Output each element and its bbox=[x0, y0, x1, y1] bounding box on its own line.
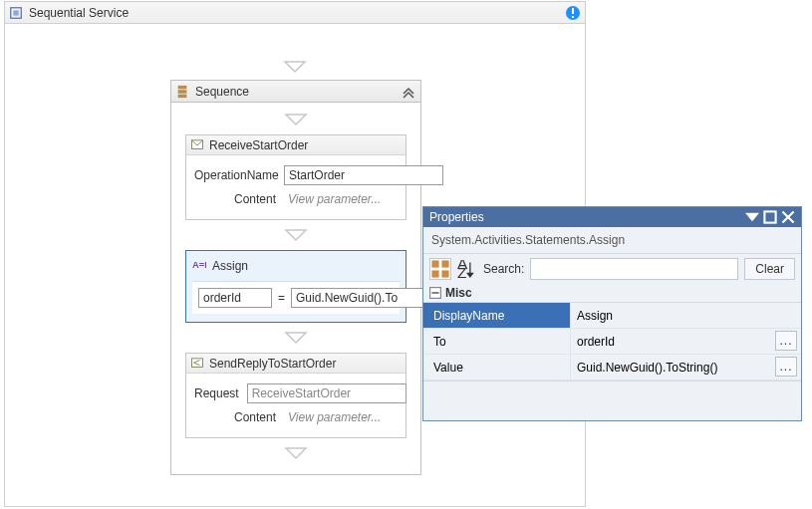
assign-activity[interactable]: A=B Assign = bbox=[185, 250, 406, 323]
svg-marker-11 bbox=[286, 230, 306, 240]
assign-title: Assign bbox=[212, 259, 248, 273]
sendreply-title: SendReplyToStartOrder bbox=[209, 357, 336, 371]
prop-label: Value bbox=[423, 355, 571, 380]
request-label: Request bbox=[194, 386, 247, 400]
svg-rect-23 bbox=[441, 270, 448, 277]
prop-row-displayname[interactable]: DisplayName Assign bbox=[423, 303, 801, 329]
categorized-button[interactable] bbox=[429, 258, 451, 280]
sequential-service-header[interactable]: Sequential Service bbox=[5, 2, 585, 24]
operationname-input[interactable] bbox=[284, 165, 443, 185]
svg-rect-17 bbox=[764, 211, 775, 222]
category-label: Misc bbox=[445, 286, 472, 300]
view-parameter-link[interactable]: View parameter... bbox=[284, 189, 398, 209]
assign-header[interactable]: A=B Assign bbox=[192, 257, 400, 275]
validation-warning-icon[interactable] bbox=[565, 5, 581, 21]
request-input[interactable] bbox=[247, 383, 406, 403]
service-icon bbox=[9, 6, 23, 20]
assign-equals: = bbox=[278, 291, 285, 305]
ellipsis-button[interactable]: ... bbox=[775, 331, 797, 351]
svg-marker-15 bbox=[286, 448, 306, 458]
view-parameter-link[interactable]: View parameter... bbox=[284, 407, 398, 427]
svg-marker-16 bbox=[745, 213, 759, 221]
svg-marker-5 bbox=[285, 62, 305, 72]
search-input[interactable] bbox=[530, 258, 738, 280]
receive-activity[interactable]: ReceiveStartOrder OperationName Content … bbox=[185, 134, 406, 220]
drop-indicator bbox=[181, 446, 410, 460]
svg-text:A=B: A=B bbox=[192, 260, 206, 269]
svg-rect-4 bbox=[572, 16, 574, 18]
svg-rect-21 bbox=[441, 260, 448, 267]
sequence-header[interactable]: Sequence bbox=[171, 81, 420, 103]
prop-value[interactable]: orderId bbox=[577, 335, 615, 349]
properties-title-bar[interactable]: Properties bbox=[423, 207, 801, 227]
svg-marker-13 bbox=[286, 333, 306, 343]
properties-grid: DisplayName Assign To orderId ... Value … bbox=[423, 302, 801, 381]
receive-title: ReceiveStartOrder bbox=[209, 138, 308, 152]
prop-label: DisplayName bbox=[423, 303, 571, 328]
receive-header[interactable]: ReceiveStartOrder bbox=[186, 135, 406, 155]
alphabetical-button[interactable]: AZ bbox=[457, 258, 475, 280]
prop-value[interactable]: Assign bbox=[577, 309, 613, 323]
collapse-icon[interactable] bbox=[401, 84, 416, 100]
operationname-label: OperationName bbox=[194, 168, 284, 182]
category-row-misc[interactable]: Misc bbox=[423, 284, 801, 302]
drop-indicator bbox=[181, 228, 410, 242]
window-close-icon[interactable] bbox=[781, 210, 795, 224]
sendreply-header[interactable]: SendReplyToStartOrder bbox=[186, 354, 406, 374]
collapse-category-icon[interactable] bbox=[429, 287, 441, 299]
properties-panel[interactable]: Properties System.Activities.Statements.… bbox=[422, 206, 802, 421]
svg-rect-22 bbox=[431, 270, 438, 277]
sequential-service-title: Sequential Service bbox=[29, 6, 565, 20]
properties-toolbar: AZ Search: Clear bbox=[423, 254, 801, 284]
assign-icon: A=B bbox=[192, 260, 206, 272]
clear-button[interactable]: Clear bbox=[744, 258, 795, 280]
sequence-title: Sequence bbox=[195, 85, 401, 99]
envelope-icon bbox=[191, 139, 203, 151]
search-label: Search: bbox=[483, 262, 524, 276]
drop-indicator bbox=[181, 113, 410, 127]
assign-to-input[interactable] bbox=[198, 288, 272, 308]
svg-rect-8 bbox=[178, 94, 187, 98]
properties-title: Properties bbox=[429, 210, 741, 224]
prop-value[interactable]: Guid.NewGuid().ToString() bbox=[577, 361, 717, 375]
sequence-icon bbox=[175, 85, 189, 99]
properties-subtitle: System.Activities.Statements.Assign bbox=[423, 227, 801, 254]
reply-icon bbox=[191, 358, 203, 370]
prop-label: To bbox=[423, 329, 571, 354]
svg-marker-27 bbox=[466, 273, 474, 278]
svg-rect-1 bbox=[13, 10, 18, 15]
window-dropdown-icon[interactable] bbox=[745, 210, 759, 224]
window-maximize-icon[interactable] bbox=[763, 210, 777, 224]
drop-indicator bbox=[5, 60, 585, 74]
svg-rect-20 bbox=[431, 260, 438, 267]
svg-rect-6 bbox=[178, 85, 187, 89]
drop-indicator bbox=[181, 331, 410, 345]
properties-footer bbox=[423, 381, 801, 420]
prop-row-value[interactable]: Value Guid.NewGuid().ToString() ... bbox=[423, 355, 801, 381]
svg-marker-9 bbox=[286, 115, 306, 125]
sequence-activity[interactable]: Sequence ReceiveStartOrder bbox=[170, 80, 421, 475]
svg-rect-3 bbox=[572, 8, 574, 14]
content-label: Content bbox=[194, 192, 284, 206]
svg-text:Z: Z bbox=[457, 264, 466, 278]
svg-rect-7 bbox=[178, 90, 187, 94]
sendreply-activity[interactable]: SendReplyToStartOrder Request Content Vi… bbox=[185, 353, 406, 438]
prop-row-to[interactable]: To orderId ... bbox=[423, 329, 801, 355]
content-label: Content bbox=[194, 410, 284, 424]
ellipsis-button[interactable]: ... bbox=[775, 357, 797, 377]
